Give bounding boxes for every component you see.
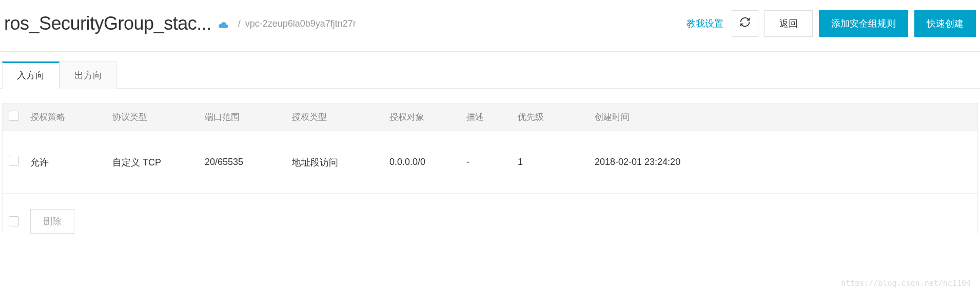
header-actions: 教我设置 返回 添加安全组规则 快速创建 <box>684 10 976 37</box>
watermark: https://blog.csdn.net/hc1104 <box>841 279 971 288</box>
row-check <box>9 156 30 169</box>
page-title: ros_SecurityGroup_stac... <box>4 13 211 34</box>
col-desc-header: 描述 <box>466 111 518 123</box>
col-priority-header: 优先级 <box>518 111 595 123</box>
title-wrap: ros_SecurityGroup_stac... / vpc-2zeup6la… <box>4 13 356 34</box>
breadcrumb-slash: / <box>238 18 241 29</box>
refresh-button[interactable] <box>732 10 758 37</box>
help-link[interactable]: 教我设置 <box>684 17 726 30</box>
row-checkbox[interactable] <box>9 156 19 166</box>
tabs: 入方向 出方向 <box>0 61 980 89</box>
col-check-header <box>9 111 30 123</box>
page-header: ros_SecurityGroup_stac... / vpc-2zeup6la… <box>0 0 980 52</box>
cell-time: 2018-02-01 23:24:20 <box>595 157 971 168</box>
cell-desc: - <box>466 157 518 168</box>
back-button[interactable]: 返回 <box>765 10 813 37</box>
rules-table: 授权策略 协议类型 端口范围 授权类型 授权对象 描述 优先级 创建时间 允许 … <box>0 103 980 194</box>
footer-actions: 删除 <box>2 194 978 234</box>
select-all-checkbox[interactable] <box>9 111 19 121</box>
table-row: 允许 自定义 TCP 20/65535 地址段访问 0.0.0.0/0 - 1 … <box>2 131 978 194</box>
refresh-icon <box>739 16 751 31</box>
cell-authtype: 地址段访问 <box>292 156 389 169</box>
cell-priority: 1 <box>518 157 595 168</box>
footer-select-all-checkbox[interactable] <box>9 216 19 226</box>
cell-policy: 允许 <box>30 156 112 169</box>
col-time-header: 创建时间 <box>595 111 971 123</box>
add-rule-button[interactable]: 添加安全组规则 <box>819 10 908 37</box>
col-target-header: 授权对象 <box>389 111 466 123</box>
quick-create-button[interactable]: 快速创建 <box>914 10 976 37</box>
breadcrumb: / vpc-2zeup6la0b9ya7fjtn27r <box>238 18 356 29</box>
col-port-header: 端口范围 <box>205 111 292 123</box>
cell-protocol: 自定义 TCP <box>112 156 205 169</box>
breadcrumb-vpc: vpc-2zeup6la0b9ya7fjtn27r <box>245 18 356 29</box>
tab-inbound[interactable]: 入方向 <box>2 61 60 89</box>
delete-button[interactable]: 删除 <box>30 209 74 234</box>
cell-target: 0.0.0.0/0 <box>389 157 466 168</box>
col-protocol-header: 协议类型 <box>112 111 205 123</box>
cloud-icon <box>218 19 229 32</box>
col-authtype-header: 授权类型 <box>292 111 389 123</box>
table-header-row: 授权策略 协议类型 端口范围 授权类型 授权对象 描述 优先级 创建时间 <box>2 103 978 131</box>
col-policy-header: 授权策略 <box>30 111 112 123</box>
tab-outbound[interactable]: 出方向 <box>60 61 117 89</box>
cell-port: 20/65535 <box>205 157 292 168</box>
